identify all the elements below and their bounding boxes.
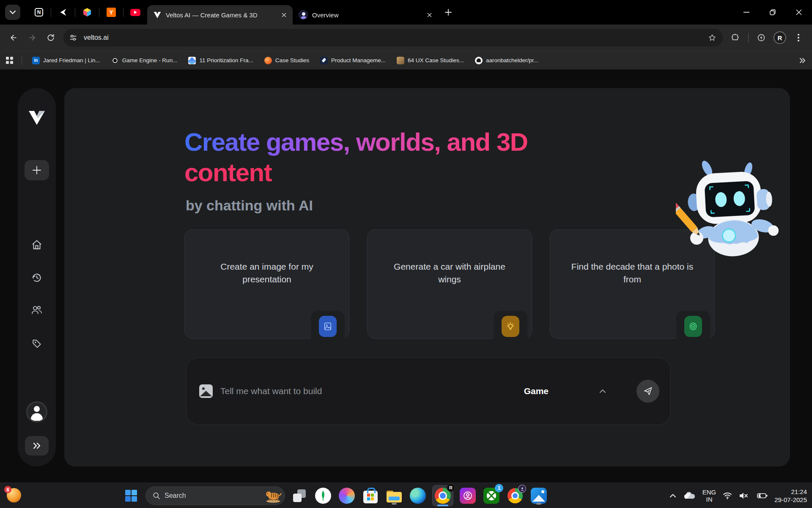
window-controls	[733, 0, 812, 25]
reload-icon	[47, 33, 55, 42]
new-project-button[interactable]	[25, 160, 49, 180]
forward-button[interactable]	[24, 29, 41, 46]
desktop-screen: N Y Veltos AI — Create Games & 3D	[0, 0, 812, 508]
wifi-icon[interactable]	[723, 492, 732, 500]
energy-leaf-icon	[757, 33, 765, 42]
chevron-down-icon	[10, 11, 16, 14]
bookmark-star-button[interactable]	[705, 30, 719, 45]
tab-close-button[interactable]	[279, 10, 288, 19]
back-icon	[9, 33, 18, 42]
sidebar-item-community[interactable]	[31, 305, 43, 316]
tab-search-button[interactable]	[5, 5, 20, 20]
pinned-tab-youtube[interactable]	[123, 5, 147, 20]
mongodb-app[interactable]	[314, 486, 332, 505]
user-avatar[interactable]	[26, 401, 47, 422]
mode-selector-label[interactable]: Game	[524, 386, 549, 396]
plus-icon	[445, 9, 452, 16]
pinned-tab-notion[interactable]: N	[27, 5, 51, 20]
minimize-button[interactable]	[733, 0, 760, 25]
sidebar-expand-button[interactable]	[25, 436, 49, 456]
restore-icon	[770, 9, 776, 15]
reload-button[interactable]	[42, 29, 59, 46]
chrome-profile-app[interactable]	[506, 486, 524, 505]
language-indicator[interactable]: ENG IN	[702, 489, 716, 503]
page-title: Create games, worlds, and 3D content	[184, 127, 528, 188]
windows-start-icon	[125, 489, 137, 502]
prioritization-favicon	[188, 57, 196, 64]
page-title-line1: Create games, worlds, and 3D	[184, 127, 528, 157]
sidebar-item-history[interactable]	[31, 272, 42, 283]
lightbulb-icon	[506, 322, 515, 331]
minimize-icon	[743, 12, 749, 13]
page-subtitle: by chatting with AI	[186, 197, 313, 214]
veltos-logo	[27, 110, 47, 126]
tab-veltos[interactable]: Veltos AI — Create Games & 3D	[147, 5, 293, 25]
arrow-favicon	[58, 8, 68, 17]
apps-grid-icon[interactable]	[6, 57, 13, 64]
clock[interactable]: 21:24 29-07-2025	[774, 488, 807, 504]
bookmarks-bar: in Jared Friedman | Lin... Game Engine -…	[0, 51, 812, 69]
edge-app[interactable]	[409, 486, 427, 505]
sidebar-item-home[interactable]	[31, 239, 42, 250]
chrome-app-active[interactable]: R	[432, 485, 453, 506]
bookmark-game-engine[interactable]: Game Engine - Run...	[108, 55, 181, 66]
onedrive-icon[interactable]	[683, 491, 696, 500]
attach-image-icon[interactable]	[199, 384, 213, 398]
chrome-profile-letter-badge: R	[447, 483, 455, 492]
bookmark-github-repo[interactable]: aaronbatchelder/pr...	[472, 55, 542, 66]
running-indicator	[536, 503, 541, 505]
puzzle-icon	[731, 33, 740, 42]
bookmark-prioritization[interactable]: 11 Prioritization Fra...	[185, 55, 256, 66]
running-indicator	[392, 503, 397, 505]
linkedin-favicon: in	[32, 57, 40, 64]
tray-chevron-up-icon[interactable]	[669, 494, 676, 498]
send-button[interactable]	[636, 380, 659, 403]
file-explorer-app[interactable]	[385, 486, 403, 505]
taskbar-search[interactable]: Search	[145, 486, 285, 505]
tab-close-button[interactable]	[425, 10, 434, 19]
product-management-favicon	[320, 57, 328, 64]
bookmark-product-management[interactable]: Product Manageme...	[317, 55, 389, 66]
extensions-button[interactable]	[727, 29, 744, 46]
widgets-button[interactable]: 8	[7, 488, 22, 503]
new-tab-button[interactable]	[441, 5, 456, 20]
tab-overview[interactable]: Overview	[293, 5, 438, 25]
star-icon	[708, 33, 716, 42]
ycombinator-favicon: Y	[107, 8, 116, 17]
pinned-tab-ycombinator[interactable]: Y	[99, 5, 123, 20]
bookmark-ux-case-studies[interactable]: 64 UX Case Studies...	[393, 55, 467, 66]
browser-menu-button[interactable]	[790, 29, 807, 46]
profile-button[interactable]: R	[771, 29, 788, 46]
battery-saver-icon[interactable]	[755, 492, 768, 500]
site-info-button[interactable]	[66, 30, 80, 45]
send-icon	[643, 386, 653, 396]
start-button[interactable]	[122, 486, 140, 505]
prompt-composer[interactable]: Game	[186, 357, 671, 425]
copilot-app[interactable]	[337, 486, 356, 505]
bookmark-jared-friedman[interactable]: in Jared Friedman | Lin...	[29, 55, 104, 66]
suggestion-card-generate[interactable]: Generate a car with airplane wings	[367, 229, 532, 339]
volume-muted-icon[interactable]	[739, 492, 748, 500]
maximize-button[interactable]	[760, 0, 786, 25]
plus-icon	[32, 166, 41, 175]
ai-assistant-app[interactable]	[458, 486, 477, 505]
bookmarks-overflow-chevron-icon[interactable]	[799, 58, 806, 64]
address-bar[interactable]: veltos.ai	[63, 29, 723, 47]
close-window-button[interactable]	[786, 0, 812, 25]
prompt-input[interactable]	[220, 386, 524, 396]
task-view-button[interactable]	[290, 486, 309, 505]
mode-selector-caret[interactable]	[599, 389, 606, 393]
sidebar-item-tags[interactable]	[31, 338, 42, 349]
suggestion-card-image[interactable]: Create an image for my presentation	[184, 229, 349, 339]
photos-app[interactable]	[529, 486, 548, 505]
pinned-tab-cube[interactable]	[75, 5, 99, 20]
url-text[interactable]: veltos.ai	[84, 34, 705, 41]
browser-tab-strip: N Y Veltos AI — Create Games & 3D	[0, 0, 812, 25]
microsoft-store-app[interactable]	[361, 486, 380, 505]
bookmark-case-studies[interactable]: Case Studies	[261, 55, 313, 66]
youtube-favicon	[130, 9, 140, 16]
xbox-app[interactable]: 1	[482, 486, 501, 505]
performance-button[interactable]	[753, 29, 770, 46]
pinned-tab-arrow[interactable]	[51, 5, 75, 20]
back-button[interactable]	[5, 29, 22, 46]
